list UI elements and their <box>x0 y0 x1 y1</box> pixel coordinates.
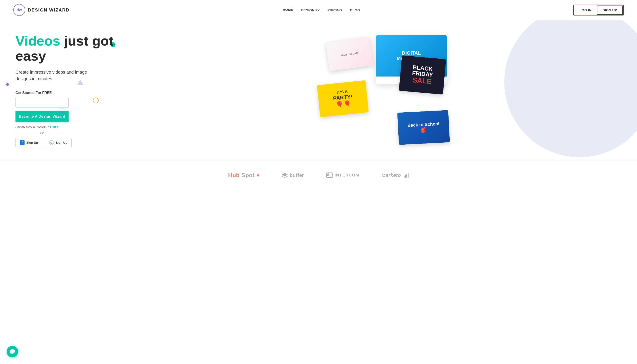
signin-note: Already have an Account? Sign-In <box>16 125 115 128</box>
google-signup-button[interactable]: G Sign Up <box>45 138 72 147</box>
nav-home[interactable]: HOME <box>283 8 293 12</box>
nav-designs[interactable]: DESIGNS <box>301 8 320 12</box>
svg-rect-2 <box>327 174 328 176</box>
hero-title-videos: Videos <box>16 33 60 48</box>
svg-rect-7 <box>405 175 406 178</box>
nav-blog[interactable]: BLOG <box>350 8 360 12</box>
hero-subtitle: Create impressive videos and image desig… <box>16 69 100 82</box>
hero-title: Videos just got easy <box>16 34 115 64</box>
chevron-down-icon <box>318 8 320 11</box>
partner-hubspot: HubSpot <box>228 172 260 179</box>
hero-right: DIGITAL MARKETING save the date IT'S A P… <box>128 20 637 160</box>
get-started-label: Get Started For FREE <box>16 91 115 95</box>
buffer-icon <box>282 173 288 178</box>
hubspot-dot-icon <box>257 174 260 177</box>
partners-section: HubSpot buffer INTERCOM Marketo <box>0 160 637 190</box>
login-button[interactable]: LOG IN <box>574 6 597 14</box>
partner-marketo: Marketo <box>382 172 409 178</box>
auth-buttons: LOG IN SIGN UP <box>573 5 624 16</box>
party-balloons: 🎈🎈 <box>335 100 352 108</box>
partner-buffer: buffer <box>282 172 304 178</box>
svg-rect-8 <box>406 174 407 178</box>
svg-point-0 <box>257 174 259 176</box>
header: dw DESIGN WIZARD HOME DESIGNS PRICING BL… <box>0 0 637 20</box>
signup-button[interactable]: SIGN UP <box>597 6 623 14</box>
marketo-chart-icon <box>404 173 409 178</box>
divider-text: Or <box>40 131 44 135</box>
svg-rect-6 <box>404 176 404 178</box>
logo-text: DESIGN WIZARD <box>28 8 70 12</box>
hero-section: Videos just got easy Create impressive v… <box>0 20 637 160</box>
become-wizard-button[interactable]: Become A Design Wizard <box>16 111 68 122</box>
save-date-card: save the date <box>326 36 373 71</box>
svg-rect-9 <box>408 173 408 178</box>
partner-intercom: INTERCOM <box>326 172 360 178</box>
svg-rect-4 <box>330 174 330 176</box>
nav-pricing[interactable]: PRICING <box>328 8 342 12</box>
party-card: IT'S A PARTY! 🎈🎈 <box>317 80 369 117</box>
hero-left: Videos just got easy Create impressive v… <box>0 20 128 160</box>
email-input[interactable] <box>16 97 68 108</box>
logo[interactable]: dw DESIGN WIZARD <box>13 4 70 16</box>
bts-emoji: 🎒 <box>420 127 427 133</box>
divider-or: Or <box>16 131 68 135</box>
svg-rect-5 <box>331 174 331 176</box>
signin-link[interactable]: Sign-In <box>50 125 60 128</box>
design-cards: DIGITAL MARKETING save the date IT'S A P… <box>314 31 451 150</box>
main-nav: HOME DESIGNS PRICING BLOG <box>283 8 360 12</box>
logo-circle: dw <box>13 4 25 16</box>
svg-rect-3 <box>328 174 329 176</box>
back-to-school-card: Back to School 🎒 <box>397 110 450 145</box>
facebook-icon: f <box>20 140 24 145</box>
hero-bg-circle <box>504 20 637 157</box>
black-friday-card: BLACK FRIDAY SALE <box>399 55 446 94</box>
facebook-signup-button[interactable]: f Sign Up <box>16 138 42 147</box>
social-buttons: f Sign Up G Sign Up <box>16 138 115 147</box>
intercom-icon <box>326 172 333 178</box>
circle-outline-shape <box>93 98 99 103</box>
google-icon: G <box>49 140 54 145</box>
logo-initials: dw <box>16 8 22 12</box>
